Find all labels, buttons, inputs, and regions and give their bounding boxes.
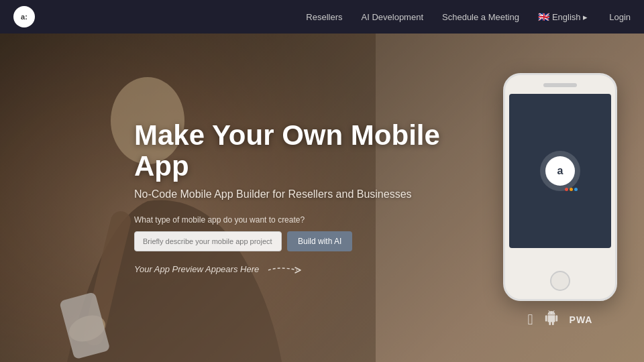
phone-screen: a — [509, 94, 611, 248]
dot-orange — [570, 188, 573, 191]
phone-logo-circle: a — [540, 151, 580, 191]
language-label: English ▸ — [552, 12, 588, 22]
dot-blue — [574, 188, 578, 191]
logo[interactable]: a: — [13, 6, 35, 27]
android-icon — [544, 310, 559, 329]
phone-mockup: a — [503, 73, 617, 301]
phone-dots — [565, 188, 578, 191]
dot-red — [565, 188, 568, 191]
phone-logo-letter: a — [557, 165, 564, 177]
nav-item-schedule[interactable]: Schedule a Meeting — [442, 12, 519, 22]
phone-logo-inner: a — [545, 156, 575, 186]
hero-text-area: Make Your Own Mobile App No-Code Mobile … — [0, 100, 496, 296]
preview-hint: Your App Preview Appears Here — [134, 262, 470, 276]
app-description-input[interactable] — [134, 231, 282, 251]
logo-text: a: — [21, 13, 28, 21]
preview-text: Your App Preview Appears Here — [134, 264, 259, 274]
phone-bottom — [550, 248, 570, 299]
apple-icon:  — [528, 311, 533, 328]
hero-content: Make Your Own Mobile App No-Code Mobile … — [0, 34, 644, 362]
platform-icons:  PWA — [528, 310, 593, 329]
nav-item-login[interactable]: Login — [609, 12, 631, 22]
flag-icon: 🇬🇧 — [538, 11, 549, 22]
form-label: What type of mobile app do you want to c… — [134, 215, 470, 225]
build-form: Build with AI — [134, 231, 470, 251]
build-with-ai-button[interactable]: Build with AI — [287, 231, 352, 251]
language-selector[interactable]: 🇬🇧 English ▸ — [538, 11, 588, 22]
hero-subtitle: No-Code Mobile App Builder for Resellers… — [134, 188, 470, 200]
hero-title: Make Your Own Mobile App — [134, 120, 470, 182]
phone-mockup-area: a  — [496, 66, 644, 329]
arrow-icon — [267, 262, 307, 276]
hero-section: Make Your Own Mobile App No-Code Mobile … — [0, 0, 644, 362]
phone-speaker — [543, 83, 577, 87]
logo-icon: a: — [13, 6, 35, 27]
nav-links: Resellers AI Development Schedule a Meet… — [306, 11, 631, 22]
nav-item-resellers[interactable]: Resellers — [306, 12, 342, 22]
phone-home-button — [550, 271, 570, 291]
navbar: a: Resellers AI Development Schedule a M… — [0, 0, 644, 34]
pwa-badge: PWA — [570, 314, 593, 325]
nav-item-ai-development[interactable]: AI Development — [362, 12, 424, 22]
